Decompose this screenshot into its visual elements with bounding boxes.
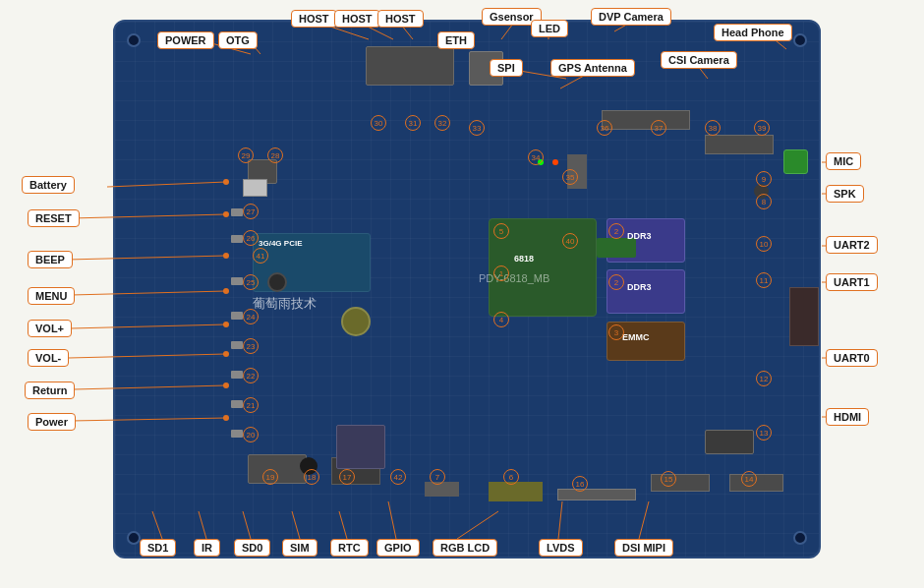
circle-35: 35: [562, 169, 578, 185]
circle-37: 37: [651, 120, 666, 136]
circle-2-top: 2: [608, 223, 624, 239]
uart-db9-port: [789, 287, 819, 346]
pad-20: [231, 430, 243, 438]
csi-camera-connector: [705, 135, 774, 154]
label-otg: OTG: [218, 31, 258, 49]
circle-19: 19: [262, 469, 278, 485]
circle-10: 10: [756, 236, 772, 252]
circle-30: 30: [371, 115, 386, 131]
circle-36: 36: [597, 120, 612, 136]
circle-23: 23: [243, 338, 259, 354]
label-host2: HOST: [334, 10, 380, 28]
mount-hole-bl: [127, 531, 141, 545]
board-diagram: 3G/4G PCIE 6818 DDR3 DDR3 EMMC: [0, 0, 924, 588]
circle-27: 27: [243, 204, 259, 219]
circle-4: 4: [493, 312, 509, 327]
circle-7-bot: 7: [430, 469, 445, 485]
circle-17: 17: [339, 469, 355, 485]
label-reset: RESET: [28, 209, 80, 227]
gps-module: [597, 238, 636, 258]
circle-31: 31: [405, 115, 421, 131]
mount-hole-br: [793, 531, 807, 545]
rtc-battery: [341, 307, 371, 336]
ddr3-2-label: DDR3: [627, 282, 652, 292]
cpu-label: 6818: [514, 254, 534, 264]
circle-40: 40: [562, 233, 578, 249]
sim-slot: [336, 425, 385, 469]
label-spi: SPI: [490, 59, 523, 77]
gpio-pins: [489, 482, 543, 501]
label-host3: HOST: [377, 10, 424, 28]
pad-27: [231, 208, 243, 216]
circuit-board: 3G/4G PCIE 6818 DDR3 DDR3 EMMC: [113, 20, 821, 559]
power-barrel-connector: [243, 179, 267, 197]
emmc-label: EMMC: [622, 332, 650, 342]
circle-16: 16: [572, 476, 588, 492]
label-eth: ETH: [437, 31, 475, 49]
circle-21: 21: [243, 397, 259, 413]
pad-26: [231, 235, 243, 243]
label-gpio: GPIO: [376, 539, 420, 557]
circle-39: 39: [754, 120, 770, 136]
lcd-connector: [557, 489, 636, 500]
circle-24: 24: [243, 309, 259, 324]
label-uart0: UART0: [826, 349, 878, 367]
circle-38: 38: [705, 120, 721, 136]
lvds-connector: [651, 474, 710, 492]
label-csi-camera: CSI Camera: [661, 51, 737, 69]
circle-28: 28: [267, 147, 283, 163]
circle-41: 41: [253, 248, 268, 264]
label-led: LED: [531, 20, 568, 37]
pad-25: [231, 277, 243, 285]
board-model-text: PDY-6818_MB: [479, 272, 549, 284]
circle-18: 18: [304, 469, 319, 485]
label-gps-antenna: GPS Antenna: [550, 59, 635, 77]
label-power: POWER: [157, 31, 214, 49]
label-rtc: RTC: [330, 539, 369, 557]
rtc-connector-bottom: [425, 482, 459, 497]
label-ir: IR: [194, 539, 220, 557]
label-menu: MENU: [28, 287, 75, 305]
label-beep: BEEP: [28, 251, 73, 268]
label-uart2: UART2: [826, 236, 878, 254]
hdmi-port: [705, 430, 754, 454]
dvp-camera-connector: [602, 110, 690, 130]
buzzer: [267, 272, 287, 292]
circle-34: 34: [528, 149, 544, 165]
label-lvds: LVDS: [539, 539, 583, 557]
label-battery: Battery: [22, 176, 75, 194]
label-dvp-camera: DVP Camera: [591, 8, 671, 26]
circle-13: 13: [756, 425, 772, 441]
led-indicator-2: [552, 159, 558, 165]
mount-hole-tl: [127, 33, 141, 47]
pcie-label: 3G/4G PCIE: [259, 239, 302, 248]
circle-9: 9: [756, 171, 772, 187]
label-mic: MIC: [826, 152, 861, 170]
label-uart1: UART1: [826, 273, 878, 291]
circle-26: 26: [243, 230, 259, 246]
label-sd1: SD1: [140, 539, 176, 557]
pad-24: [231, 312, 243, 320]
label-head-phone: Head Phone: [714, 24, 792, 41]
pad-21: [231, 400, 243, 408]
circle-8: 8: [756, 194, 772, 209]
company-text: 葡萄雨技术: [253, 295, 317, 313]
circle-14: 14: [741, 471, 757, 487]
label-return: Return: [25, 382, 75, 399]
circle-25: 25: [243, 274, 259, 290]
label-host1: HOST: [291, 10, 337, 28]
circle-6: 6: [503, 469, 519, 485]
circle-1: 1: [493, 265, 509, 281]
circle-2-bot: 2: [608, 274, 624, 290]
label-vol-plus: VOL+: [28, 320, 72, 337]
usb-host-ports: [366, 46, 454, 86]
pad-23: [231, 341, 243, 349]
mount-hole-tr: [793, 33, 807, 47]
circle-33: 33: [469, 120, 485, 136]
label-hdmi: HDMI: [826, 408, 869, 426]
circle-5: 5: [493, 223, 509, 239]
circle-3: 3: [608, 324, 624, 340]
circle-32: 32: [434, 115, 450, 131]
circle-42: 42: [390, 469, 406, 485]
circle-15: 15: [661, 471, 676, 487]
